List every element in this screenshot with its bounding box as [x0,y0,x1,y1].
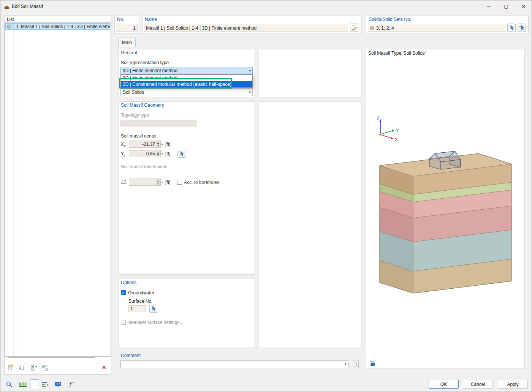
axis-z-label: Z [377,116,380,121]
xc-label-sub: c [124,144,126,148]
soil-type-combo[interactable]: Soil Solids ▾ [120,89,253,96]
solids-pick-button[interactable] [507,24,516,32]
xc-unit: [ft] [165,142,170,147]
options-title: Options [121,280,136,285]
copy-massif-button[interactable] [17,363,25,371]
acc-to-boreholes-checkbox[interactable] [177,180,182,185]
close-icon: ✕ [522,4,526,9]
soil-massif-center-label: Soil massif center [121,133,157,139]
ok-button[interactable]: OK [429,380,459,389]
comment-combo[interactable]: ▾ [120,360,348,368]
function-tools-button[interactable]: ƒ [66,379,76,389]
representation-type-label: Soil representation type [121,60,169,65]
xc-label: Xc [121,142,126,149]
pick-arrow-icon [179,151,184,156]
axis-x-label: X [395,137,398,142]
delete-massif-button[interactable]: ✕ [100,363,108,371]
dz-unit: [ft] [165,180,170,185]
no-input[interactable]: 1 [116,24,138,32]
house-wireframe [429,151,461,169]
view-details-button[interactable] [4,379,14,389]
tab-main[interactable]: Main [118,38,136,47]
dropdown-option-2d[interactable]: 2D | Constrained modulus method (elastic… [121,81,252,87]
white-swatch-icon [32,381,38,387]
soil-massif-dimensions-label: Soil massif dimensions [121,164,167,169]
cancel-button[interactable]: Cancel [463,380,493,389]
list-item-massif-1[interactable]: 1 Massif 1 | Soil Solids | 1-4 | 3D | Fi… [5,23,110,30]
name-input[interactable]: Massif 1 | Soil Solids | 1-4 | 3D | Fini… [144,24,348,32]
solids-deselect-button[interactable] [518,24,526,32]
display-properties-button[interactable] [53,379,63,389]
maximize-button[interactable]: ▢ [497,0,515,13]
apply-button[interactable]: Apply [498,380,528,389]
solids-input[interactable]: 3; 1; 2; 4 [368,24,505,32]
maximize-icon: ▢ [504,4,508,9]
minimize-button[interactable]: ─ [480,0,497,13]
select-related-button[interactable] [41,363,49,371]
yc-spinner[interactable] [156,151,160,156]
xc-input[interactable]: -21.37 [129,141,161,148]
dialog-icon [4,3,10,9]
dz-expand-arrow: ▸ [162,180,163,184]
rename-button[interactable] [350,24,358,32]
soil-massif-3d-view[interactable]: Z Y X [366,49,524,368]
comment-copy-button[interactable] [351,360,359,368]
surface-no-input[interactable]: 1 [128,305,146,312]
new-massif-button[interactable] [6,363,14,371]
color-swatch-button[interactable] [30,379,39,389]
list-splitter[interactable] [8,357,95,358]
copy-icon [352,361,358,367]
center-pick-button[interactable] [177,150,185,158]
soil-block [380,153,512,293]
list-item-text: Massif 1 | Soil Solids | 1-4 | 3D | Fini… [21,24,110,29]
dropdown-option-3d-label: 3D | Finite element method [123,75,177,81]
apply-button-label: Apply [507,382,518,387]
yc-expand-arrow[interactable]: ▸ [162,152,163,155]
monitor-arrows-icon [54,381,62,388]
chevron-down-icon: ▾ [249,90,251,94]
check-icon: ✓ [122,291,125,295]
no-label: No. [117,17,124,22]
yc-label-main: Y [121,151,124,156]
layers-settings-button[interactable] [40,379,50,389]
yc-input[interactable]: 0.85 [129,150,161,157]
name-value: Massif 1 | Soil Solids | 1-4 | 3D | Fini… [146,25,256,31]
delete-icon: ✕ [102,364,106,370]
dz-spinner [156,179,160,185]
chevron-down-icon: ▾ [249,69,251,73]
representation-type-value: 3D | Finite element method [123,68,177,73]
surface-no-label: Surface No. [128,299,152,304]
minimize-icon: ─ [487,4,491,9]
chevron-down-icon: ▾ [345,362,347,366]
massif-item-icon [7,24,12,29]
decimal-places-icon: 0,00 [19,382,26,387]
empty-panel-top [259,49,361,97]
dropdown-option-3d[interactable]: 3D | Finite element method [121,75,252,81]
representation-type-combo[interactable]: 3D | Finite element method ▾ [120,67,253,74]
list-item-number: 1 [14,24,19,29]
solids-value: 3; 1; 2; 4 [376,25,394,31]
yc-label-sub: c [124,153,126,157]
select-check-button[interactable] [30,363,38,371]
dz-label: ΔZ [121,180,127,185]
xc-value: -21.37 [142,142,155,147]
list-column-divider [13,23,14,356]
no-value: 1 [133,25,136,31]
magnifier-icon [5,381,13,388]
decimal-places-button[interactable]: 0,00 [18,379,28,389]
xc-expand-arrow[interactable]: ▸ [162,142,163,146]
preview-display-settings-button[interactable] [368,360,376,368]
massif-list[interactable]: 1 Massif 1 | Soil Solids | 1-4 | 3D | Fi… [5,22,111,357]
topology-type-input [120,120,196,126]
groundwater-checkbox[interactable]: ✓ [121,290,126,295]
xc-spinner[interactable] [156,141,160,147]
options-panel [118,279,255,348]
solid-cube-icon [370,26,374,30]
yc-value: 0.85 [146,151,155,156]
dropdown-option-2d-label: 2D | Constrained modulus method (elastic… [123,82,231,87]
close-button[interactable]: ✕ [515,0,532,13]
titlebar: Edit Soil Massif ─ ▢ ✕ [0,0,532,13]
list-column-divider [19,23,19,356]
surface-pick-button[interactable] [149,305,157,313]
general-title: General [121,50,137,55]
